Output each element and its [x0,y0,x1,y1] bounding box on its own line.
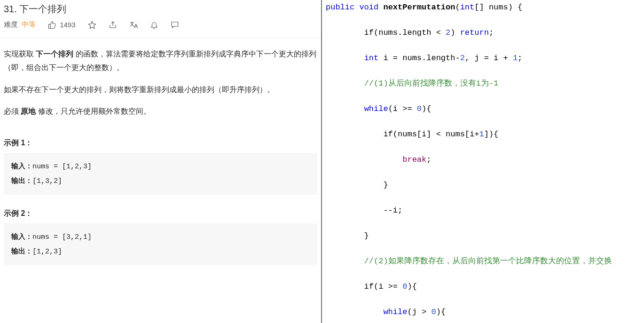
text: 修改，只允许使用额外常数空间。 [36,107,150,115]
problem-title: 31. 下一个排列 [0,0,321,20]
example-output-label: 输出： [11,176,32,184]
likes-button[interactable]: 1493 [48,21,75,29]
code-token: ; [489,28,494,37]
code-token: 2 [460,54,465,63]
code-line: while(j > 0){ [323,306,644,318]
code-token: //(2)如果降序数存在，从后向前找第一个比降序数大的位置，并交换 [364,257,612,266]
likes-count: 1493 [60,21,75,29]
code-token [326,79,364,88]
example-block: 输入：nums = [1,2,3] 输出：[1,3,2] [4,153,317,195]
code-token: return [460,28,489,37]
code-token: [] nums) { [474,3,522,12]
code-token: (j > [407,307,431,316]
code-token: int [364,54,384,63]
code-token: int [460,3,475,12]
description-paragraph: 如果不存在下一个更大的排列，则将数字重新排列成最小的排列（即升序排列）。 [4,83,317,97]
code-token: ) [450,28,460,37]
code-token: 0 [417,104,422,113]
text-strong: 原地 [21,107,36,115]
example-input-value: nums = [3,2,1] [32,233,92,241]
example-title: 示例 1： [0,131,321,153]
thumbs-up-icon [48,21,56,29]
description-paragraph: 实现获取 下一个排列 的函数，算法需要将给定数字序列重新排列成字典序中下一个更大… [4,47,317,75]
example-input-value: nums = [1,2,3] [32,163,92,171]
text: 必须 [4,107,21,115]
example-title: 示例 2： [0,201,321,223]
example-input-label: 输入： [11,162,32,170]
example-output-label: 输出： [11,247,32,255]
code-editor[interactable]: public void nextPermutation(int[] nums) … [322,0,644,323]
code-token: 1 [513,54,518,63]
code-line: break; [323,153,644,166]
code-token: public [326,3,359,12]
share-icon[interactable] [109,21,117,29]
text-strong: 下一个排列 [36,50,73,58]
problem-panel: 31. 下一个排列 难度 中等 1493 实现获取 下一个排列 的 [0,0,322,323]
code-token: i = nums.length- [383,54,460,63]
code-token: ]){ [484,130,499,139]
code-token: ; [518,54,522,63]
code-token [326,257,364,266]
code-line: } [323,179,644,191]
code-token: 0 [431,307,436,316]
code-token: while [364,104,388,113]
code-line: //(2)如果降序数存在，从后向前找第一个比降序数大的位置，并交换 [323,255,644,268]
code-line: if(nums[i] < nums[i+1]){ [323,128,644,141]
code-token [326,307,383,316]
code-token: } [326,231,369,240]
code-token: ( [455,3,460,12]
code-line: } [323,229,644,242]
example-input-label: 输入： [11,232,32,240]
code-token [326,155,402,164]
code-line: --i; [323,204,644,217]
code-token: ){ [407,282,416,291]
translate-icon[interactable] [129,21,138,29]
code-line: //(1)从后向前找降序数，没有i为-1 [323,77,644,90]
code-line: if(nums.length < 2) return; [323,26,644,39]
example-output-value: [1,3,2] [32,177,62,185]
code-token: if(nums.length < [326,28,446,37]
code-token: //(1)从后向前找降序数，没有i为-1 [364,79,499,88]
code-token: --i; [326,206,402,215]
code-token: while [383,307,407,316]
code-token: ){ [422,104,431,113]
example-block: 输入：nums = [3,2,1] 输出：[1,2,3] [4,223,317,265]
code-line: while(i >= 0){ [323,102,644,115]
code-token: nextPermutation [383,3,455,12]
code-token: 1 [479,130,484,139]
problem-meta: 难度 中等 1493 [0,20,321,38]
text: 实现获取 [4,50,36,58]
difficulty-value: 中等 [22,20,36,28]
code-token: , j = i + [465,54,513,63]
code-token [326,54,364,63]
code-token: if(nums[i] < nums[i+ [326,130,479,139]
description-paragraph: 必须 原地 修改，只允许使用额外常数空间。 [4,105,317,118]
bell-icon[interactable] [150,21,158,29]
code-token: ){ [436,307,446,316]
example-output-value: [1,2,3] [32,248,62,256]
code-token: if(i >= [326,282,402,291]
code-line: int i = nums.length-2, j = i + 1; [323,52,644,64]
code-token: (i >= [388,104,417,113]
feedback-icon[interactable] [171,21,179,29]
problem-description: 实现获取 下一个排列 的函数，算法需要将给定数字序列重新排列成字典序中下一个更大… [0,38,321,131]
code-line: public void nextPermutation(int[] nums) … [323,1,644,14]
star-icon[interactable] [88,21,96,29]
code-token [326,104,364,113]
code-token: ; [426,155,431,164]
code-token: } [326,181,388,189]
code-token: break [402,155,426,164]
difficulty-label: 难度 [4,20,18,28]
difficulty: 难度 中等 [4,20,36,29]
code-token: 0 [402,282,407,291]
code-line: if(i >= 0){ [323,280,644,293]
code-token: void [359,3,383,12]
code-token: 2 [446,28,450,37]
